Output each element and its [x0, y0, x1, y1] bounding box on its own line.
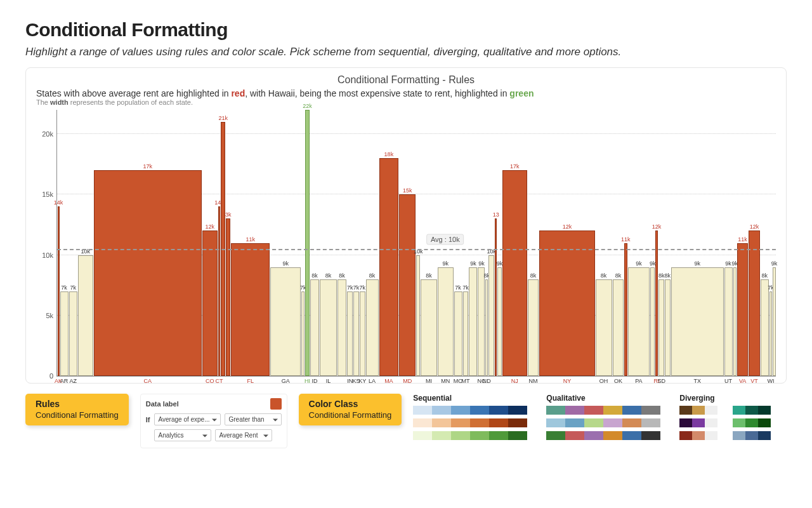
palette[interactable] [733, 431, 771, 440]
bar-VT[interactable]: 12kVT [749, 110, 759, 376]
data-label-color-swatch[interactable] [270, 398, 282, 410]
bar-value-label: 17k [510, 163, 520, 170]
select-operator[interactable]: Greater than [225, 413, 282, 425]
bar-idx27[interactable]: 9k [469, 110, 477, 376]
bar-ID[interactable]: 8kID [310, 110, 320, 376]
bar-KS[interactable]: 7kKS [353, 110, 359, 376]
bar-RI[interactable]: 12kRI [655, 110, 658, 376]
bar-idx51[interactable]: 9k [773, 110, 775, 376]
x-tick-label: CT [216, 378, 223, 384]
panels-row: Rules Conditional Formatting Data label … [25, 394, 787, 448]
bar-SD[interactable]: 8kSD [658, 110, 664, 376]
bar-GA[interactable]: 9kGA [270, 110, 301, 376]
bar-value-label: 8k [601, 272, 607, 279]
bar-IN[interactable]: 7kIN [347, 110, 353, 376]
colorclass-pill[interactable]: Color Class Conditional Formatting [299, 394, 402, 425]
x-tick-label: SD [657, 378, 665, 384]
bar-idx7[interactable]: 21k [221, 110, 225, 376]
qualitative-palettes [546, 406, 660, 440]
bar-NM[interactable]: 8kNM [528, 110, 539, 376]
bar-WI[interactable]: 7kWI [769, 110, 772, 376]
bar-value-label: 7k [70, 284, 76, 291]
bar-ND[interactable]: 8kND [485, 110, 488, 376]
bar-AZ[interactable]: 7kAZ [69, 110, 77, 376]
rules-form: Data label If Average of expe... Greater… [140, 394, 287, 448]
bar-UT[interactable]: 9kUT [724, 110, 733, 376]
bar-OK[interactable]: 8kOK [613, 110, 624, 376]
y-tick: 5k [33, 312, 53, 319]
bar-CA[interactable]: 17kCA [94, 110, 202, 376]
palette[interactable] [679, 418, 717, 427]
palette[interactable] [546, 431, 660, 440]
bar-idx11[interactable]: 7k [301, 110, 304, 376]
palette[interactable] [679, 406, 717, 415]
x-tick-label: MD [403, 378, 412, 384]
bar-CO[interactable]: 12kCO [202, 110, 218, 376]
bar-FL[interactable]: 11kFL [231, 110, 270, 376]
palette[interactable] [546, 406, 660, 415]
x-tick-label: MT [462, 378, 470, 384]
bar-value-label: 11k [246, 236, 255, 243]
bar-value-label: 8k [762, 272, 768, 279]
select-compare[interactable]: Average Rent [215, 429, 272, 441]
bar-idx49[interactable]: 8k [761, 110, 769, 376]
bar-NC[interactable]: 9kNC [478, 110, 485, 376]
bar-value-label: 8k [426, 272, 432, 279]
bar-idx15[interactable]: 8k [337, 110, 347, 376]
palette[interactable] [413, 418, 527, 427]
colorclass-pill-title: Color Class [309, 399, 392, 410]
x-tick-label: NY [563, 378, 572, 384]
bar-idx30[interactable]: 10k [488, 110, 494, 376]
bar-value-label: 9k [636, 260, 642, 267]
bar-AR[interactable]: 7kAR [60, 110, 69, 376]
bar-value-label: 9k [771, 260, 778, 267]
bar-idx40[interactable]: 9k [650, 110, 655, 376]
bar-OH[interactable]: 8kOH [596, 110, 612, 376]
palette[interactable] [413, 431, 527, 440]
chart-desc-mid: , with Hawaii, being the most expensive … [245, 88, 509, 98]
bar-MA[interactable]: 18kMA [379, 110, 399, 376]
avg-label: Avg : 10k [426, 234, 464, 244]
x-tick-label: OH [599, 378, 608, 384]
y-tick: 0 [33, 372, 53, 380]
bar-value-label: 7k [347, 284, 353, 291]
bar-idx22[interactable]: 10k [416, 110, 420, 376]
rules-pill-subtitle: Conditional Formatting [36, 410, 119, 420]
x-tick-label: KY [358, 378, 366, 384]
rules-pill[interactable]: Rules Conditional Formatting [25, 394, 129, 425]
bar-idx46[interactable]: 9k [733, 110, 737, 376]
plot-area: 05k10k15k20k14kAK7kAR7kAZ10k17kCA12kCO14… [56, 110, 776, 377]
palette[interactable] [546, 418, 660, 427]
bar-idx43[interactable]: 8k [665, 110, 671, 376]
bar-value-label: 9k [694, 260, 700, 267]
diverging-title: Diverging [679, 394, 771, 403]
y-tick: 15k [33, 190, 53, 198]
select-measure[interactable]: Average of expe... [154, 413, 221, 425]
bar-NJ[interactable]: 17kNJ [502, 110, 527, 376]
bar-KY[interactable]: 7kKY [360, 110, 365, 376]
x-tick-label: MI [426, 378, 432, 384]
bar-VA[interactable]: 11kVA [737, 110, 748, 376]
palette[interactable] [679, 431, 717, 440]
bar-idx32[interactable]: 9k [497, 110, 501, 376]
select-source[interactable]: Analytics [154, 429, 211, 441]
palette-section: Sequential Qualitative Diverging [413, 394, 771, 440]
bar-AK[interactable]: 14kAK [58, 110, 60, 376]
bar-idx3[interactable]: 10k [78, 110, 93, 376]
bar-NY[interactable]: 12kNY [539, 110, 594, 376]
chart-sub-pre: The [36, 98, 50, 106]
bar-PA[interactable]: 9kPA [628, 110, 650, 376]
bar-CT[interactable]: 14kCT [218, 110, 220, 376]
bar-idx8[interactable]: 3k [226, 110, 230, 376]
bar-HI[interactable]: 22kHI [305, 110, 309, 376]
palette[interactable] [413, 406, 527, 415]
bar-idx38[interactable]: 11k [624, 110, 627, 376]
bar-MD[interactable]: 15kMD [399, 110, 416, 376]
bar-IL[interactable]: 8kIL [320, 110, 336, 376]
bar-TX[interactable]: 9kTX [671, 110, 724, 376]
palette[interactable] [733, 418, 771, 427]
bar-LA[interactable]: 8kLA [366, 110, 379, 376]
palette[interactable] [733, 406, 771, 415]
bar-idx31[interactable]: 13 [495, 110, 497, 376]
x-tick-label: OK [614, 378, 622, 384]
